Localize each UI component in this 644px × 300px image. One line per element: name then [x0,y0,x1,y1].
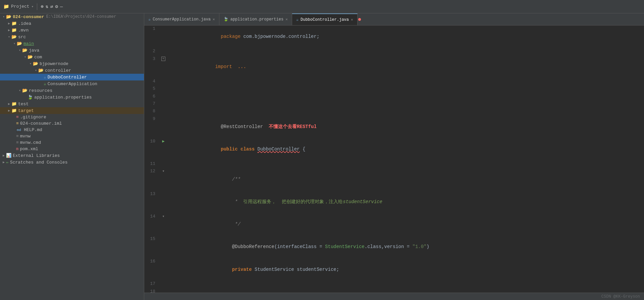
line-number: 12 [144,168,159,190]
code-table: 1 package com.bjpowernode.controller; 2 [144,25,644,293]
sidebar-item-main[interactable]: ▾ 📂 main [0,40,144,47]
line-number: 8 [144,108,159,115]
sidebar-item-java[interactable]: ▾ 📂 java [0,47,144,54]
icon-gitignore: ≡ [16,115,19,120]
toolbar-dropdown-icon[interactable]: ▾ [32,4,34,9]
editor-area: ☕ ConsumerApplication.java ✕ 🍃 applicati… [144,13,644,300]
toolbar-project-label[interactable]: Project [11,4,30,9]
folder-icon-target: 📁 [11,108,17,113]
main-layout: ▾ 📂 024-consumer E:\IDEA\Projects\024-co… [0,13,644,300]
line-number: 10 [144,138,159,161]
sidebar-item-idea[interactable]: ▶ 📁 .idea [0,20,144,27]
sidebar-item-test[interactable]: ▶ 📁 test [0,101,144,107]
sidebar-item-pom[interactable]: m pom.xml [0,146,144,152]
attribution-label: CSDN @KK-Greyson [601,294,640,299]
sidebar-item-dubbocontroller[interactable]: ☕ DubboController [0,74,144,80]
sidebar-item-resources[interactable]: ▾ 📂 resources [0,87,144,94]
sidebar-label-dubbocontroller: DubboController [48,75,87,80]
code-editor[interactable]: 1 package com.bjpowernode.controller; 2 [144,25,644,293]
icon-ext-libs: 📊 [6,153,11,158]
tree-arrow-mvn: ▶ [7,28,11,32]
sidebar-item-iml[interactable]: ≡ 024-consumer.iml [0,120,144,127]
line-content: * 引用远程服务， 把创建好的代理对象，注入给studentService [167,191,644,213]
folder-icon-main: 📂 [17,41,22,46]
line-content: */ [167,213,644,236]
line-gutter [159,78,167,85]
icon-iml: ≡ [16,121,19,126]
sidebar-item-consumerapplication[interactable]: ☕ ConsumerApplication [0,80,144,87]
tab-close-dubbo[interactable]: ✕ [351,17,353,22]
toolbar-icon-3[interactable]: ⇄ [50,4,53,9]
sidebar-label-mvnw-cmd: mvnw.cmd [20,140,41,145]
tab-label-consumer: ConsumerApplication.java [153,17,211,22]
line-number: 4 [144,78,159,85]
line-gutter: + [159,56,167,78]
toolbar-icon-4[interactable]: ⚙ [55,4,58,9]
bottom-bar: CSDN @KK-Greyson [144,293,644,300]
sidebar-item-root[interactable]: ▾ 📂 024-consumer E:\IDEA\Projects\024-co… [0,13,144,20]
fold-icon-14[interactable]: ▾ [162,214,164,219]
java-icon-consumer: ☕ [44,81,46,86]
tree-arrow-test: ▶ [7,102,11,106]
line-gutter [159,101,167,108]
tab-icon-dubbo: ☕ [296,17,299,22]
fold-icon-12[interactable]: ▾ [162,169,164,174]
sidebar-item-ext-libs[interactable]: ▶ 📊 External Libraries [0,152,144,159]
line-gutter [159,25,167,48]
tab-close-consumer[interactable]: ✕ [213,17,215,21]
fold-icon-3[interactable]: + [161,57,165,61]
sidebar-item-mvn[interactable]: ▶ 📁 .mvn [0,27,144,34]
sidebar-label-help: HELP.md [24,127,42,132]
line-content [167,101,644,108]
sidebar-item-bjpowernode[interactable]: ▾ 📂 bjpowernode [0,60,144,67]
table-row: 17 [144,281,644,288]
sidebar-item-mvnw[interactable]: ≡ mvnw [0,133,144,139]
sidebar-item-help[interactable]: md HELP.md [0,127,144,133]
sidebar-item-mvnw-cmd[interactable]: ≡ mvnw.cmd [0,139,144,146]
sidebar-label-test: test [18,102,29,107]
toolbar-icon-1[interactable]: ⊕ [41,4,43,9]
tab-icon-consumer: ☕ [148,17,151,22]
sidebar-root-path: E:\IDEA\Projects\024-consumer [46,14,116,19]
line-number: 16 [144,258,159,281]
line-gutter: ▾ [159,168,167,190]
sidebar-item-scratches[interactable]: ▶ ✏ Scratches and Consoles [0,159,144,166]
sidebar-label-mvn: .mvn [18,28,29,33]
tab-close-prop[interactable]: ✕ [285,17,288,21]
line-gutter [159,161,167,168]
icon-pom: m [16,147,18,152]
folder-icon-java: 📂 [22,48,28,53]
table-row: 10 ▶ public class DubboController { [144,138,644,161]
line-gutter [159,108,167,115]
sidebar-label-com: com [34,55,42,60]
folder-icon-test: 📁 [11,101,17,107]
sidebar-item-controller[interactable]: ▾ 📂 controller [0,67,144,74]
line-content [167,78,644,85]
run-icon-10[interactable]: ▶ [162,139,164,144]
tab-dubbo[interactable]: ☕ DubboController.java ✕ [292,13,358,25]
tab-properties[interactable]: 🍃 application.properties ✕ [219,13,292,25]
line-content [167,48,644,55]
line-content: public class DubboController { [167,138,644,161]
sidebar-item-gitignore[interactable]: ≡ .gitignore [0,114,144,120]
sidebar-label-resources: resources [29,88,52,93]
tree-arrow-java: ▾ [17,48,22,52]
line-content: package com.bjpowernode.controller; [167,25,644,48]
tree-arrow-target: ▶ [7,109,11,113]
line-number: 14 [144,213,159,236]
line-number: 5 [144,85,159,93]
sidebar-item-target[interactable]: ▶ 📁 target [0,107,144,114]
sidebar-item-com[interactable]: ▾ 📂 com [0,54,144,60]
table-row: 5 [144,85,644,93]
toolbar-icon-2[interactable]: ⇅ [46,4,48,9]
toolbar-icon-5[interactable]: — [60,4,63,9]
tree-arrow-bjpowernode: ▾ [28,62,33,66]
sidebar-item-appprops[interactable]: 🍃 application.properties [0,94,144,101]
table-row: 1 package com.bjpowernode.controller; [144,25,644,48]
table-row: 13 * 引用远程服务， 把创建好的代理对象，注入给studentService [144,191,644,213]
line-number: 2 [144,48,159,55]
tab-consumer[interactable]: ☕ ConsumerApplication.java ✕ [144,13,219,25]
sidebar-item-src[interactable]: ▾ 📂 src [0,34,144,40]
tree-arrow-controller: ▾ [34,68,38,72]
folder-icon-root: 📂 [6,14,11,19]
